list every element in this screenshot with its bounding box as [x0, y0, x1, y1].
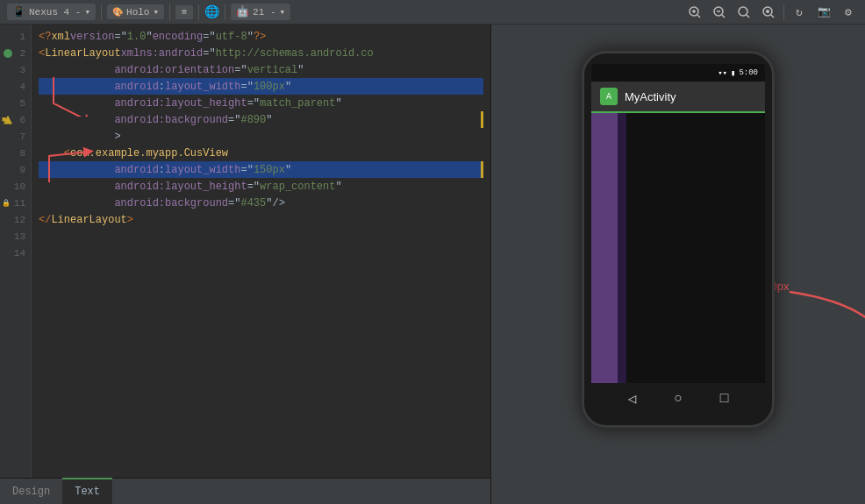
- svg-line-8: [747, 15, 749, 18]
- device-label: Nexus 4 -: [29, 7, 81, 18]
- code-line-13: [39, 228, 483, 245]
- grid-icon-btn[interactable]: ⊞: [175, 5, 193, 19]
- code-lines: 1 2 3 4 5 ■ 6 7 8 9 10 🔒 11: [0, 25, 490, 478]
- top-toolbar: 📱 Nexus 4 - ▾ 🎨 Holo ▾ ⊞ 🌐 🤖 21 - ▾: [0, 0, 865, 25]
- line-num-2: 2: [0, 45, 31, 61]
- svg-line-3: [697, 15, 700, 18]
- code-line-14: [39, 245, 483, 261]
- phone-screen: ▾▾ ▮ 5:00 A MyActivity: [591, 64, 765, 415]
- phone-content: [591, 113, 765, 383]
- line-num-10: 10: [0, 178, 31, 195]
- code-line-9: android:layout_width="150px": [39, 161, 483, 178]
- code-line-6: android:background="#890": [39, 111, 483, 128]
- toolbar-separator-2: [169, 4, 170, 20]
- line-numbers: 1 2 3 4 5 ■ 6 7 8 9 10 🔒 11: [0, 25, 32, 478]
- toolbar-separator-4: [225, 4, 225, 20]
- code-line-10: android:layout_height="wrap_content": [39, 178, 483, 195]
- toolbar-separator-1: [101, 4, 102, 20]
- line-num-14: 14: [0, 245, 31, 261]
- content-stripe-purple: [591, 113, 618, 383]
- recents-nav-icon[interactable]: □: [720, 391, 729, 407]
- chevron-down-icon-3: ▾: [279, 6, 285, 18]
- phone-mockup: ▾▾ ▮ 5:00 A MyActivity: [582, 51, 775, 428]
- svg-point-7: [739, 7, 747, 16]
- code-line-12: </LinearLayout>: [39, 211, 483, 228]
- zoom-out-btn[interactable]: [710, 3, 729, 22]
- line-num-7: 7: [0, 128, 31, 145]
- code-line-7: >: [39, 128, 483, 145]
- line-num-1: 1: [0, 28, 31, 45]
- camera-btn[interactable]: 📷: [814, 3, 833, 22]
- code-content[interactable]: 1 2 3 4 5 ■ 6 7 8 9 10 🔒 11: [0, 25, 490, 478]
- home-nav-icon[interactable]: ○: [674, 391, 683, 407]
- wifi-icon: ▾▾: [718, 68, 727, 78]
- settings-btn[interactable]: ⚙: [839, 3, 858, 22]
- line-num-4: 4: [0, 78, 31, 95]
- line-num-12: 12: [0, 211, 31, 228]
- tab-text[interactable]: Text: [62, 478, 112, 504]
- code-line-3: android:orientation="vertical": [39, 61, 483, 78]
- annotation-arrow: [781, 283, 865, 336]
- globe-icon-btn[interactable]: 🌐: [204, 4, 219, 19]
- line-num-5: 5: [0, 95, 31, 111]
- tab-design[interactable]: Design: [0, 478, 62, 504]
- api-label: 21 -: [253, 7, 275, 18]
- line-num-11: 🔒 11: [0, 195, 31, 211]
- code-line-5: android:layout_height="match_parent": [39, 95, 483, 111]
- device-selector[interactable]: 📱 Nexus 4 - ▾: [7, 4, 96, 20]
- time-display: 5:00: [739, 68, 758, 77]
- code-panel: 1 2 3 4 5 ■ 6 7 8 9 10 🔒 11: [0, 25, 491, 504]
- content-stripe-dark: [618, 113, 626, 383]
- svg-point-11: [766, 10, 769, 13]
- code-line-4: android:layout_width="100px": [39, 78, 483, 95]
- code-text-area[interactable]: <?xml version="1.0" encoding="utf-8"?> <…: [32, 25, 490, 478]
- phone-app-bar: A MyActivity: [591, 82, 765, 113]
- line-num-3: 3: [0, 61, 31, 78]
- app-icon: A: [600, 88, 618, 105]
- chevron-down-icon-2: ▾: [153, 6, 159, 18]
- api-selector[interactable]: 🤖 21 - ▾: [231, 4, 290, 20]
- line-num-6: ■ 6: [0, 111, 31, 128]
- code-line-8: <com.example.myapp.CusView: [39, 145, 483, 161]
- holo-label: Holo: [126, 7, 149, 18]
- code-line-11: android:background="#435"/>: [39, 195, 483, 211]
- code-line-2: <LinearLayout xmlns:android="http://sche…: [39, 45, 483, 61]
- svg-line-6: [722, 15, 725, 18]
- toolbar-separator-5: [783, 4, 784, 20]
- line-num-8: 8: [0, 145, 31, 161]
- svg-line-10: [771, 15, 774, 18]
- content-main: [626, 113, 765, 383]
- zoom-fit-btn[interactable]: [734, 3, 754, 22]
- holo-selector[interactable]: 🎨 Holo ▾: [107, 4, 164, 19]
- code-line-1: <?xml version="1.0" encoding="utf-8"?>: [39, 28, 483, 45]
- toolbar-separator-3: [198, 4, 199, 20]
- line-num-9: 9: [0, 161, 31, 178]
- refresh-btn[interactable]: ↻: [790, 3, 809, 22]
- zoom-fill-btn[interactable]: [759, 3, 778, 22]
- phone-nav-bar: ◁ ○ □: [591, 383, 765, 415]
- app-title: MyActivity: [625, 90, 676, 103]
- bottom-tabs: Design Text: [0, 478, 490, 504]
- preview-panel: 只显示父容器大小100px ▾▾ ▮ 5:00: [491, 25, 865, 504]
- zoom-in-btn[interactable]: [685, 3, 704, 22]
- line-num-13: 13: [0, 228, 31, 245]
- chevron-down-icon: ▾: [84, 6, 90, 18]
- main-area: 1 2 3 4 5 ■ 6 7 8 9 10 🔒 11: [0, 25, 865, 504]
- back-nav-icon[interactable]: ◁: [628, 390, 637, 408]
- phone-status-bar: ▾▾ ▮ 5:00: [591, 64, 765, 82]
- battery-icon: ▮: [731, 68, 735, 78]
